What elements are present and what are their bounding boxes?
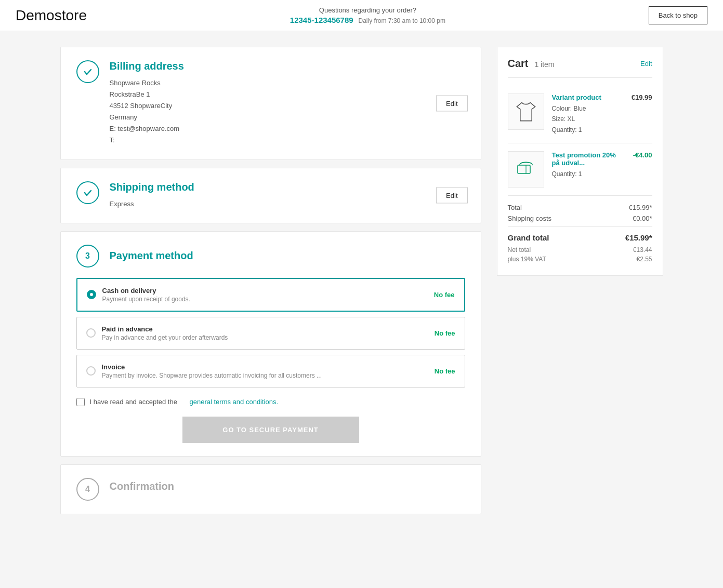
billing-address: Shopware Rocks RockstraBe 1 43512 Shopwa… bbox=[110, 77, 465, 146]
total-value: €15.99* bbox=[629, 204, 652, 211]
product-name: Variant product bbox=[552, 93, 624, 101]
vat-row: plus 19% VAT €2.55 bbox=[508, 256, 652, 263]
payment-section: 3 Payment method Cash on delivery Paymen… bbox=[60, 231, 481, 457]
back-to-shop-button[interactable]: Back to shop bbox=[649, 6, 707, 24]
grand-total-value: €15.99* bbox=[625, 233, 652, 242]
shipping-value: €0.00* bbox=[633, 215, 652, 222]
total-label: Total bbox=[508, 204, 522, 211]
cart-product-item: Variant product Colour: Blue Size: XL Qu… bbox=[508, 86, 652, 143]
logo: Demostore bbox=[16, 7, 87, 24]
shipping-label: Shipping costs bbox=[508, 215, 552, 222]
terms-checkbox[interactable] bbox=[76, 398, 85, 406]
billing-phone-row: T: bbox=[110, 135, 465, 146]
cash-name: Cash on delivery bbox=[102, 287, 428, 295]
billing-email-label: E: bbox=[110, 125, 116, 132]
product-color: Colour: Blue bbox=[552, 103, 624, 114]
payment-option-advance[interactable]: Paid in advance Pay in advance and get y… bbox=[76, 317, 465, 350]
net-total-row: Net total €13.44 bbox=[508, 246, 652, 253]
cart-header: Cart 1 item Edit bbox=[508, 58, 652, 78]
terms-text: I have read and accepted the bbox=[90, 398, 177, 406]
invoice-fee: No fee bbox=[435, 367, 455, 375]
cart-promo-item: Test promotion 20% på udval... Quantity:… bbox=[508, 143, 652, 196]
payment-title: Payment method bbox=[110, 250, 193, 262]
vat-label: plus 19% VAT bbox=[508, 256, 546, 263]
total-row: Total €15.99* bbox=[508, 204, 652, 211]
confirmation-title: Confirmation bbox=[110, 480, 174, 492]
promo-price: -€4.00 bbox=[633, 151, 652, 188]
logo-light: store bbox=[55, 7, 87, 23]
advance-radio bbox=[86, 328, 96, 338]
billing-edit-button[interactable]: Edit bbox=[436, 95, 467, 111]
payment-option-invoice[interactable]: Invoice Payment by invoice. Shopware pro… bbox=[76, 355, 465, 387]
billing-check-icon bbox=[76, 60, 99, 83]
shipping-edit-button[interactable]: Edit bbox=[436, 188, 467, 204]
promo-quantity: Quantity: 1 bbox=[552, 169, 625, 179]
product-quantity: Quantity: 1 bbox=[552, 125, 624, 135]
shipping-method: Express bbox=[110, 198, 465, 210]
grand-total-row: Grand total €15.99* bbox=[508, 226, 652, 246]
cart-totals: Total €15.99* Shipping costs €0.00* Gran… bbox=[508, 196, 652, 263]
shipping-check-icon bbox=[76, 181, 99, 204]
product-image bbox=[508, 93, 544, 130]
cash-desc: Payment upon receipt of goods. bbox=[102, 296, 428, 303]
vat-value: €2.55 bbox=[636, 256, 652, 263]
cart-title: Cart bbox=[508, 58, 529, 69]
svg-rect-0 bbox=[518, 165, 530, 173]
cash-fee: No fee bbox=[434, 291, 455, 299]
contact-hours: Daily from 7:30 am to 10:00 pm bbox=[359, 17, 445, 24]
billing-city: 43512 ShopwareCity bbox=[110, 100, 465, 112]
advance-fee: No fee bbox=[435, 329, 455, 337]
payment-option-cash[interactable]: Cash on delivery Payment upon receipt of… bbox=[76, 278, 465, 312]
billing-country: Germany bbox=[110, 112, 465, 123]
net-label: Net total bbox=[508, 246, 531, 253]
product-price: €19.99 bbox=[632, 93, 652, 135]
contact-info: Questions regarding your order? 12345-12… bbox=[290, 6, 445, 24]
cart-edit-link[interactable]: Edit bbox=[640, 60, 652, 68]
billing-email-row: E: test@shopware.com bbox=[110, 123, 465, 135]
terms-row: I have read and accepted the general ter… bbox=[76, 398, 465, 406]
main-layout: Billing address Shopware Rocks RockstraB… bbox=[50, 31, 674, 530]
billing-name: Shopware Rocks bbox=[110, 77, 465, 89]
logo-bold: Demo bbox=[16, 7, 55, 23]
cart-panel: Cart 1 item Edit Variant product Colour:… bbox=[497, 47, 663, 514]
product-size: Size: XL bbox=[552, 114, 624, 124]
page-header: Demostore Questions regarding your order… bbox=[0, 0, 723, 31]
promo-name: Test promotion 20% på udval... bbox=[552, 151, 625, 167]
billing-phone-label: T: bbox=[110, 136, 115, 144]
invoice-radio bbox=[86, 366, 96, 376]
cart-container: Cart 1 item Edit Variant product Colour:… bbox=[497, 47, 663, 276]
confirmation-step-icon: 4 bbox=[76, 478, 99, 501]
payment-options-list: Cash on delivery Payment upon receipt of… bbox=[76, 278, 465, 387]
contact-phone: 12345-123456789 bbox=[290, 16, 353, 24]
billing-email: test@shopware.com bbox=[117, 125, 179, 132]
shipping-section: Shipping method Express Edit bbox=[60, 168, 481, 223]
advance-desc: Pay in advance and get your order afterw… bbox=[102, 334, 428, 341]
cash-radio bbox=[87, 290, 96, 299]
payment-header: 3 Payment method bbox=[76, 245, 465, 268]
cart-item-count: 1 item bbox=[534, 60, 554, 69]
billing-title: Billing address bbox=[110, 60, 465, 72]
checkout-steps: Billing address Shopware Rocks RockstraB… bbox=[60, 47, 481, 514]
shipping-row: Shipping costs €0.00* bbox=[508, 215, 652, 222]
net-value: €13.44 bbox=[633, 246, 652, 253]
confirmation-section: 4 Confirmation bbox=[60, 464, 481, 514]
submit-payment-button[interactable]: GO TO SECURE PAYMENT bbox=[182, 417, 359, 443]
shipping-content: Shipping method Express bbox=[110, 181, 465, 210]
invoice-name: Invoice bbox=[102, 363, 428, 371]
terms-link[interactable]: general terms and conditions. bbox=[190, 398, 279, 406]
shipping-title: Shipping method bbox=[110, 181, 465, 193]
invoice-desc: Payment by invoice. Shopware provides au… bbox=[102, 372, 428, 379]
billing-content: Billing address Shopware Rocks RockstraB… bbox=[110, 60, 465, 146]
billing-street: RockstraBe 1 bbox=[110, 89, 465, 100]
contact-question: Questions regarding your order? bbox=[290, 6, 445, 14]
payment-step-icon: 3 bbox=[76, 245, 99, 268]
billing-section: Billing address Shopware Rocks RockstraB… bbox=[60, 47, 481, 160]
promo-image bbox=[508, 151, 544, 188]
advance-name: Paid in advance bbox=[102, 325, 428, 333]
grand-total-label: Grand total bbox=[508, 233, 549, 242]
